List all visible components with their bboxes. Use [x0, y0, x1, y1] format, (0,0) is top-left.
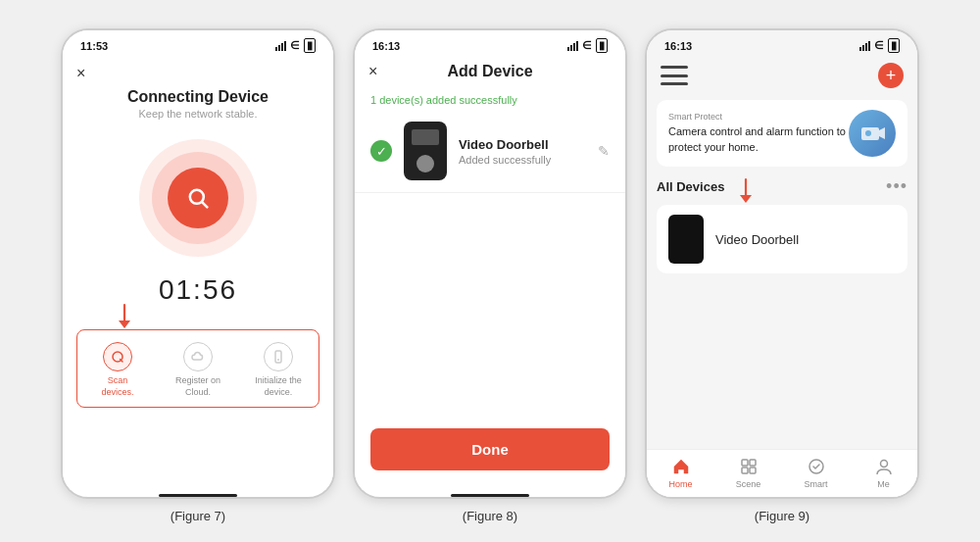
device-icon — [270, 349, 286, 365]
fig9-topbar: + — [647, 57, 917, 94]
connecting-subtitle: Keep the network stable. — [138, 108, 257, 120]
home-bar-fig7 — [159, 494, 237, 497]
check-icon: ✓ — [370, 140, 392, 162]
step-initialize: Initialize the device. — [251, 342, 306, 398]
signal-icon-fig8 — [567, 41, 578, 51]
figure-7-wrapper: 11:53 ∈ ▮ × Connecting Device Keep the n… — [61, 28, 335, 523]
success-message: 1 device(s) added successfully — [355, 88, 625, 110]
signal-icon-fig9 — [859, 41, 870, 51]
device-list-item[interactable]: Video Doorbell — [657, 205, 907, 273]
step-register: Register on Cloud. — [171, 342, 225, 398]
bottom-nav: Home Scene — [647, 449, 917, 497]
figure-8-caption: (Figure 8) — [463, 509, 517, 523]
step-register-label: Register on Cloud. — [171, 375, 225, 398]
scene-icon — [738, 456, 760, 477]
status-bar-fig7: 11:53 ∈ ▮ — [63, 30, 333, 57]
edit-icon[interactable]: ✎ — [598, 143, 610, 159]
svg-point-10 — [865, 130, 871, 136]
device-status: Added successfully — [459, 154, 580, 166]
device-screen — [412, 129, 439, 145]
svg-marker-12 — [740, 195, 752, 203]
figure-8-phone: 16:13 ∈ ▮ × Add Device — [353, 28, 627, 499]
add-button[interactable]: + — [878, 63, 904, 88]
device-info: Video Doorbell Added successfully — [459, 137, 580, 166]
menu-line-3 — [661, 82, 688, 85]
status-bar-fig8: 16:13 ∈ ▮ — [355, 30, 625, 57]
home-bar-fig8 — [451, 494, 529, 497]
svg-rect-14 — [750, 460, 756, 466]
fig7-content: × Connecting Device Keep the network sta… — [63, 57, 333, 490]
timer-display: 01:56 — [159, 274, 237, 306]
svg-rect-13 — [742, 460, 748, 466]
all-devices-header: All Devices ••• — [657, 176, 907, 197]
step-scan-circle — [103, 342, 132, 371]
connecting-title: Connecting Device — [127, 88, 269, 106]
close-button-fig8[interactable]: × — [368, 63, 377, 80]
more-options-icon[interactable]: ••• — [886, 176, 907, 197]
red-arrow-fig9 — [735, 177, 757, 203]
cloud-icon — [190, 349, 206, 365]
nav-me-label: Me — [877, 479, 890, 489]
done-button[interactable]: Done — [370, 428, 610, 470]
figure-8-wrapper: 16:13 ∈ ▮ × Add Device — [353, 28, 627, 523]
nav-scene[interactable]: Scene — [727, 456, 770, 489]
smart-protect-banner: Smart Protect Camera control and alarm f… — [657, 100, 907, 167]
figure-7-caption: (Figure 7) — [171, 509, 225, 523]
device-image — [404, 122, 447, 180]
step-initialize-circle — [264, 342, 293, 371]
smart-icon — [806, 456, 827, 477]
step-register-circle — [183, 342, 213, 371]
status-bar-fig9: 16:13 ∈ ▮ — [647, 30, 917, 57]
nav-home[interactable]: Home — [660, 456, 703, 489]
svg-marker-3 — [119, 320, 130, 328]
steps-box: Scan devices. Register on Cloud. — [76, 329, 319, 407]
wifi-icon-fig8: ∈ — [582, 39, 592, 52]
smart-protect-text: Smart Protect Camera control and alarm f… — [668, 112, 849, 155]
device-thumbnail — [668, 215, 704, 264]
all-devices-title: All Devices — [657, 179, 724, 194]
status-icons-fig8: ∈ ▮ — [567, 38, 608, 53]
svg-line-1 — [202, 202, 207, 207]
nav-smart[interactable]: Smart — [795, 456, 838, 489]
figure-7-phone: 11:53 ∈ ▮ × Connecting Device Keep the n… — [61, 28, 335, 499]
device-row: ✓ Video Doorbell Added successfully ✎ — [355, 110, 625, 193]
nav-me[interactable]: Me — [862, 456, 906, 489]
fig9-content: + Smart Protect Camera control and alarm… — [647, 57, 917, 497]
figure-9-phone: 16:13 ∈ ▮ — [645, 28, 919, 499]
svg-point-18 — [880, 461, 887, 468]
smart-protect-icon — [849, 110, 896, 157]
red-arrow-fig7 — [114, 303, 135, 328]
status-icons-fig7: ∈ ▮ — [275, 38, 316, 53]
all-devices-section: All Devices ••• Video Doorbell — [657, 176, 907, 273]
svg-marker-9 — [879, 127, 885, 139]
battery-icon-fig7: ▮ — [304, 38, 316, 53]
figure-9-caption: (Figure 9) — [755, 509, 809, 523]
menu-line-1 — [661, 66, 688, 69]
signal-icon-fig7 — [275, 41, 286, 51]
fig8-header: × Add Device — [355, 57, 625, 88]
me-icon — [873, 456, 895, 477]
close-button-fig7[interactable]: × — [63, 65, 99, 82]
wifi-icon-fig7: ∈ — [290, 39, 300, 52]
svg-rect-16 — [750, 468, 756, 473]
time-fig8: 16:13 — [372, 40, 400, 52]
step-initialize-label: Initialize the device. — [251, 375, 306, 398]
scan-icon — [110, 349, 125, 365]
device-list-name: Video Doorbell — [715, 232, 799, 247]
add-device-title: Add Device — [447, 63, 532, 80]
svg-point-7 — [277, 359, 279, 361]
home-icon — [670, 456, 692, 477]
svg-rect-15 — [742, 468, 748, 473]
battery-icon-fig9: ▮ — [888, 38, 900, 53]
nav-scene-label: Scene — [736, 479, 761, 489]
fig8-content: × Add Device 1 device(s) added successfu… — [355, 57, 625, 490]
time-fig9: 16:13 — [664, 40, 692, 52]
menu-icon[interactable] — [661, 66, 688, 85]
camera-icon — [858, 120, 886, 147]
step-scan: Scan devices. — [90, 342, 145, 398]
step-scan-label: Scan devices. — [90, 375, 145, 398]
device-button — [416, 155, 434, 172]
device-name: Video Doorbell — [459, 137, 580, 152]
smart-protect-desc: Camera control and alarm function to pro… — [668, 124, 849, 155]
nav-smart-label: Smart — [804, 479, 827, 489]
